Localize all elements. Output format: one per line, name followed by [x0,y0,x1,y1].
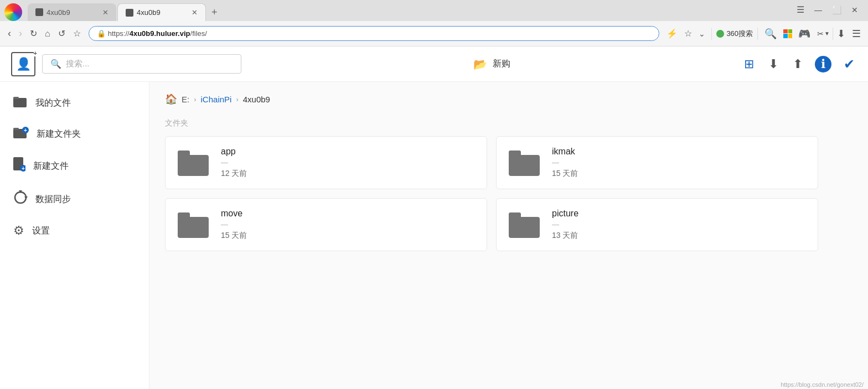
home-button[interactable]: ⌂ [42,27,54,41]
history-button[interactable]: ↺ [55,26,69,41]
svg-rect-16 [178,217,209,238]
svg-rect-19 [509,212,521,219]
sidebar-item-settings[interactable]: ⚙ 设置 [0,216,149,246]
scissors-group[interactable]: ✂ ▼ [814,28,833,40]
new-purchase-label: 新购 [493,58,510,70]
header-center: 📂 新购 [241,53,742,75]
folder-card-app[interactable]: app — 12 天前 [165,136,487,189]
svg-rect-17 [178,212,190,219]
check-button[interactable]: ✔ [841,54,857,74]
avatar-plus-icon: + [34,50,37,56]
lightning-button[interactable]: ⚡ [664,27,680,40]
breadcrumb-ichainpi-label[interactable]: iChainPi [201,95,232,104]
tab-1[interactable]: 4xu0b9 ✕ [28,3,116,21]
folder-card-move[interactable]: move — 15 天前 [165,198,487,251]
folder-date-ikmak: 15 天前 [552,169,578,179]
sidebar-item-label-new-folder: 新建文件夹 [37,128,81,140]
new-folder-icon: + [13,126,29,142]
folder-dash-ikmak: — [552,158,578,167]
svg-rect-13 [178,151,190,157]
header-upload-button[interactable]: ⬆ [790,55,805,74]
avatar-button[interactable]: 👤 + [11,52,35,76]
search-bar[interactable]: 🔍 搜索... [42,54,241,74]
svg-rect-15 [509,151,521,157]
sidebar-item-my-files[interactable]: 我的文件 [0,87,149,118]
folder-name-app: app [221,147,247,157]
folder-card-ikmak[interactable]: ikmak — 15 天前 [496,136,818,189]
folder-icon-app [178,148,211,177]
nav-menu-button[interactable]: ☰ [849,26,864,42]
nav-star-button[interactable]: ☆ [681,27,695,40]
search-360-label: 360搜索 [726,29,753,39]
breadcrumb-sep-2: › [236,95,238,103]
window-close-button[interactable]: ✕ [848,4,861,15]
nav-chevron-button[interactable]: ⌄ [696,28,708,40]
folder-info-app: app — 12 天前 [221,147,247,179]
tab-2[interactable]: 4xu0b9 ✕ [117,3,206,21]
tab-2-label: 4xu0b9 [137,8,161,17]
status-url: https://blog.csdn.net/gonext02/ [781,381,864,388]
svg-rect-18 [509,217,540,238]
sidebar-item-sync[interactable]: 数据同步 [0,183,149,216]
folder-info-picture: picture — 13 天前 [552,209,578,241]
new-purchase-button[interactable]: 📂 新购 [463,53,520,75]
section-label: 文件夹 [165,118,852,128]
svg-text:+: + [24,127,27,133]
svg-rect-12 [178,155,209,176]
breadcrumb-current-label: 4xu0b9 [243,95,270,104]
scissors-divider: ▼ [824,30,830,37]
info-button[interactable]: ℹ [815,56,831,72]
address-path: /files/ [190,29,207,38]
sidebar-item-new-folder[interactable]: + 新建文件夹 [0,118,149,149]
sidebar: 我的文件 + 新建文件夹 [0,82,149,389]
breadcrumb: 🏠 E: › iChainPi › 4xu0b9 [165,93,852,105]
tab-1-close[interactable]: ✕ [102,8,108,17]
refresh-button[interactable]: ↻ [27,26,40,41]
search-icon: 🔍 [50,59,61,69]
app-body: 我的文件 + 新建文件夹 [0,82,868,389]
back-button[interactable]: ‹ [4,25,14,42]
svg-rect-14 [509,155,540,176]
folder-icon-picture [509,210,542,239]
breadcrumb-e-label[interactable]: E: [182,95,189,104]
folder-info-ikmak: ikmak — 15 天前 [552,147,578,179]
folder-dash-picture: — [552,220,578,229]
sync-icon [13,190,28,208]
folder-grid: app — 12 天前 ikmak [165,136,818,251]
window-restore-button[interactable]: ⬜ [829,4,845,15]
sidebar-item-new-file[interactable]: + 新建文件 [0,149,149,183]
forward-button[interactable]: › [16,25,25,42]
breadcrumb-home-icon: 🏠 [165,93,177,105]
folder-name-move: move [221,209,247,219]
header-download-button[interactable]: ⬇ [766,55,781,74]
folder-card-picture[interactable]: picture — 13 天前 [496,198,818,251]
status-bar: https://blog.csdn.net/gonext02/ [781,381,864,388]
header-actions: ⊞ ⬇ ⬆ ℹ ✔ [742,54,857,74]
browser-logo [4,3,22,21]
joystick-button[interactable]: 🎮 [795,26,813,42]
folder-name-picture: picture [552,209,578,219]
address-domain: 4xu0b9.huluer.vip [130,29,190,38]
my-files-icon [13,95,28,111]
search-360-btn[interactable]: 360搜索 [711,28,758,40]
nav-bar: ‹ › ↻ ⌂ ↺ ☆ 🔒 https://4xu0b9.huluer.vip/… [0,21,868,46]
browser-chrome: 4xu0b9 ✕ 4xu0b9 ✕ + ☰ — ⬜ ✕ ‹ › ↻ ⌂ ↺ ☆ … [0,0,868,46]
tab-2-close[interactable]: ✕ [192,8,198,17]
svg-text:+: + [22,165,25,172]
bookmark-button[interactable]: ☆ [70,26,84,41]
address-bar[interactable]: 🔒 https://4xu0b9.huluer.vip/files/ [89,26,660,41]
address-url: https://4xu0b9.huluer.vip/files/ [108,29,207,38]
new-tab-button[interactable]: + [207,6,222,18]
download-button[interactable]: ⬇ [834,26,848,42]
list-view-button[interactable]: ⊞ [742,55,756,74]
folder-name-ikmak: ikmak [552,147,578,157]
svg-marker-11 [24,196,28,199]
folder-add-icon: 📂 [473,58,487,71]
nav-search-button[interactable]: 🔍 [761,26,780,42]
main-content: 🏠 E: › iChainPi › 4xu0b9 文件夹 [149,82,868,389]
ms-icon[interactable] [783,29,792,38]
address-prefix: https:// [108,29,130,38]
folder-dash-move: — [221,220,247,229]
window-minimize-button[interactable]: — [811,4,825,15]
window-menu-button[interactable]: ☰ [793,3,808,16]
